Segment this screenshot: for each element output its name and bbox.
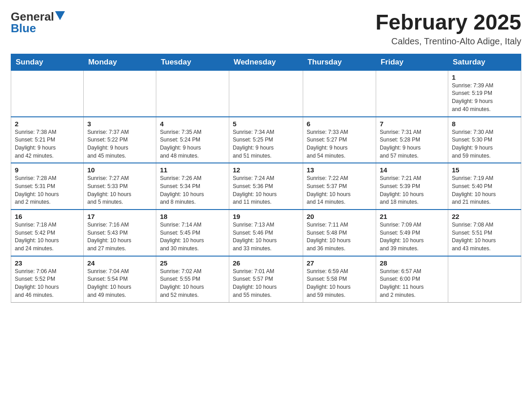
weekday-header-wednesday: Wednesday — [229, 54, 303, 70]
day-info: Sunrise: 7:22 AM Sunset: 5:37 PM Dayligh… — [307, 175, 372, 206]
day-number: 5 — [233, 120, 299, 128]
calendar-cell: 2Sunrise: 7:38 AM Sunset: 5:21 PM Daylig… — [11, 117, 84, 163]
day-info: Sunrise: 7:28 AM Sunset: 5:31 PM Dayligh… — [15, 175, 80, 206]
day-info: Sunrise: 7:26 AM Sunset: 5:34 PM Dayligh… — [160, 175, 225, 206]
day-number: 25 — [160, 259, 225, 267]
calendar-cell: 26Sunrise: 7:01 AM Sunset: 5:57 PM Dayli… — [229, 256, 303, 302]
day-info: Sunrise: 7:13 AM Sunset: 5:46 PM Dayligh… — [233, 221, 299, 253]
day-number: 10 — [87, 166, 152, 174]
calendar-cell — [376, 70, 448, 116]
calendar-cell: 14Sunrise: 7:21 AM Sunset: 5:39 PM Dayli… — [376, 163, 448, 210]
location-title: Caldes, Trentino-Alto Adige, Italy — [375, 36, 521, 47]
calendar-week-row: 9Sunrise: 7:28 AM Sunset: 5:31 PM Daylig… — [11, 163, 521, 210]
calendar-cell: 22Sunrise: 7:08 AM Sunset: 5:51 PM Dayli… — [448, 210, 521, 256]
day-number: 3 — [87, 120, 152, 128]
day-info: Sunrise: 7:01 AM Sunset: 5:57 PM Dayligh… — [233, 268, 299, 300]
calendar-cell: 15Sunrise: 7:19 AM Sunset: 5:40 PM Dayli… — [448, 163, 521, 210]
calendar-cell — [448, 256, 521, 302]
day-info: Sunrise: 7:04 AM Sunset: 5:54 PM Dayligh… — [87, 268, 152, 300]
logo-general-text: General — [11, 11, 54, 22]
day-number: 9 — [15, 166, 80, 174]
calendar-cell: 6Sunrise: 7:33 AM Sunset: 5:27 PM Daylig… — [303, 117, 376, 163]
day-info: Sunrise: 7:21 AM Sunset: 5:39 PM Dayligh… — [380, 175, 444, 206]
calendar-cell: 18Sunrise: 7:14 AM Sunset: 5:45 PM Dayli… — [156, 210, 229, 256]
calendar-cell: 8Sunrise: 7:30 AM Sunset: 5:30 PM Daylig… — [448, 117, 521, 163]
weekday-header-thursday: Thursday — [303, 54, 376, 70]
day-number: 18 — [160, 213, 225, 220]
calendar-cell: 5Sunrise: 7:34 AM Sunset: 5:25 PM Daylig… — [229, 117, 303, 163]
day-info: Sunrise: 7:02 AM Sunset: 5:55 PM Dayligh… — [160, 268, 225, 300]
day-number: 13 — [307, 166, 372, 174]
day-info: Sunrise: 7:31 AM Sunset: 5:28 PM Dayligh… — [380, 128, 444, 160]
day-info: Sunrise: 7:30 AM Sunset: 5:30 PM Dayligh… — [452, 128, 517, 160]
calendar-cell: 13Sunrise: 7:22 AM Sunset: 5:37 PM Dayli… — [303, 163, 376, 210]
day-number: 22 — [452, 213, 517, 220]
day-number: 23 — [15, 259, 80, 267]
day-number: 19 — [233, 213, 299, 220]
calendar-cell — [229, 70, 303, 116]
day-number: 21 — [380, 213, 444, 220]
calendar-cell: 9Sunrise: 7:28 AM Sunset: 5:31 PM Daylig… — [11, 163, 84, 210]
logo: General Blue — [11, 11, 65, 34]
calendar-week-row: 16Sunrise: 7:18 AM Sunset: 5:42 PM Dayli… — [11, 210, 521, 256]
day-number: 11 — [160, 166, 225, 174]
calendar-cell: 3Sunrise: 7:37 AM Sunset: 5:22 PM Daylig… — [83, 117, 156, 163]
calendar-cell — [11, 70, 84, 116]
day-number: 17 — [87, 213, 152, 220]
calendar-cell: 12Sunrise: 7:24 AM Sunset: 5:36 PM Dayli… — [229, 163, 303, 210]
day-number: 16 — [15, 213, 80, 220]
page-header: General Blue February 2025 Caldes, Trent… — [11, 11, 521, 47]
day-number: 7 — [380, 120, 444, 128]
day-info: Sunrise: 7:11 AM Sunset: 5:48 PM Dayligh… — [307, 221, 372, 253]
day-info: Sunrise: 7:08 AM Sunset: 5:51 PM Dayligh… — [452, 221, 517, 253]
day-info: Sunrise: 7:38 AM Sunset: 5:21 PM Dayligh… — [15, 128, 80, 160]
day-number: 20 — [307, 213, 372, 220]
calendar-cell — [303, 70, 376, 116]
calendar-cell: 1Sunrise: 7:39 AM Sunset: 5:19 PM Daylig… — [448, 70, 521, 116]
title-block: February 2025 Caldes, Trentino-Alto Adig… — [375, 11, 521, 47]
calendar-cell: 11Sunrise: 7:26 AM Sunset: 5:34 PM Dayli… — [156, 163, 229, 210]
calendar-cell: 23Sunrise: 7:06 AM Sunset: 5:52 PM Dayli… — [11, 256, 84, 302]
day-number: 28 — [380, 259, 444, 267]
day-info: Sunrise: 7:37 AM Sunset: 5:22 PM Dayligh… — [87, 128, 152, 160]
calendar-cell: 24Sunrise: 7:04 AM Sunset: 5:54 PM Dayli… — [83, 256, 156, 302]
calendar-cell: 28Sunrise: 6:57 AM Sunset: 6:00 PM Dayli… — [376, 256, 448, 302]
calendar-cell — [83, 70, 156, 116]
day-info: Sunrise: 7:16 AM Sunset: 5:43 PM Dayligh… — [87, 221, 152, 253]
calendar-cell: 7Sunrise: 7:31 AM Sunset: 5:28 PM Daylig… — [376, 117, 448, 163]
weekday-header-sunday: Sunday — [11, 54, 84, 70]
calendar-cell — [156, 70, 229, 116]
day-number: 8 — [452, 120, 517, 128]
day-number: 24 — [87, 259, 152, 267]
logo-arrow-icon — [55, 11, 65, 20]
day-number: 2 — [15, 120, 80, 128]
day-info: Sunrise: 6:57 AM Sunset: 6:00 PM Dayligh… — [380, 268, 444, 300]
day-info: Sunrise: 7:09 AM Sunset: 5:49 PM Dayligh… — [380, 221, 444, 253]
weekday-header-friday: Friday — [376, 54, 448, 70]
day-number: 6 — [307, 120, 372, 128]
day-number: 14 — [380, 166, 444, 174]
weekday-header-saturday: Saturday — [448, 54, 521, 70]
day-number: 27 — [307, 259, 372, 267]
calendar-week-row: 1Sunrise: 7:39 AM Sunset: 5:19 PM Daylig… — [11, 70, 521, 116]
calendar-cell: 17Sunrise: 7:16 AM Sunset: 5:43 PM Dayli… — [83, 210, 156, 256]
calendar-cell: 19Sunrise: 7:13 AM Sunset: 5:46 PM Dayli… — [229, 210, 303, 256]
day-number: 12 — [233, 166, 299, 174]
day-info: Sunrise: 7:06 AM Sunset: 5:52 PM Dayligh… — [15, 268, 80, 300]
svg-marker-0 — [55, 11, 65, 20]
calendar-cell: 16Sunrise: 7:18 AM Sunset: 5:42 PM Dayli… — [11, 210, 84, 256]
day-info: Sunrise: 7:18 AM Sunset: 5:42 PM Dayligh… — [15, 221, 80, 253]
day-info: Sunrise: 6:59 AM Sunset: 5:58 PM Dayligh… — [307, 268, 372, 300]
day-number: 4 — [160, 120, 225, 128]
weekday-header-tuesday: Tuesday — [156, 54, 229, 70]
weekday-header-row: SundayMondayTuesdayWednesdayThursdayFrid… — [11, 54, 521, 70]
logo-blue-text: Blue — [11, 22, 36, 34]
calendar-cell: 4Sunrise: 7:35 AM Sunset: 5:24 PM Daylig… — [156, 117, 229, 163]
day-number: 1 — [452, 73, 517, 81]
calendar-cell: 10Sunrise: 7:27 AM Sunset: 5:33 PM Dayli… — [83, 163, 156, 210]
calendar-week-row: 2Sunrise: 7:38 AM Sunset: 5:21 PM Daylig… — [11, 117, 521, 163]
day-info: Sunrise: 7:24 AM Sunset: 5:36 PM Dayligh… — [233, 175, 299, 206]
day-number: 15 — [452, 166, 517, 174]
calendar-table: SundayMondayTuesdayWednesdayThursdayFrid… — [11, 54, 521, 303]
month-title: February 2025 — [375, 11, 521, 34]
